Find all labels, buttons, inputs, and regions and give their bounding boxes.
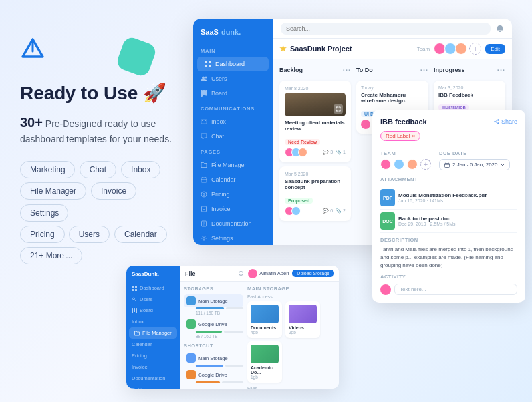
fs-nav-calendar[interactable]: Calendar [126, 339, 180, 350]
sidebar-item-documentation[interactable]: Documentation [193, 216, 273, 231]
svg-rect-20 [202, 221, 207, 226]
backlog-title: Backlog [279, 67, 303, 73]
backlog-menu[interactable]: ··· [343, 66, 351, 74]
sidebar-item-users[interactable]: Users [193, 71, 273, 86]
svg-rect-8 [201, 90, 203, 97]
ibb-share-button[interactable]: Share [494, 118, 517, 125]
team-add-button[interactable]: + [469, 43, 481, 55]
share-icon [494, 119, 499, 124]
tag-more[interactable]: 21+ More ... [20, 247, 82, 264]
sidebar-item-inbox[interactable]: Inbox [193, 114, 273, 129]
sidebar-item-board[interactable]: Board [193, 86, 273, 100]
team-label: Team [417, 46, 430, 52]
fs-nav-dashboard[interactable]: Dashboard [126, 282, 180, 294]
svg-line-29 [496, 122, 498, 123]
label-remove[interactable]: × [412, 133, 415, 139]
card-date: Mar 3, 2020 [438, 85, 501, 90]
users-icon [201, 75, 207, 82]
nav-label-calendar: Calendar [211, 176, 236, 183]
tag-pricing[interactable]: Pricing [20, 226, 65, 243]
tag-calendar[interactable]: Calendar [114, 226, 167, 243]
tag-chat[interactable]: Chat [80, 161, 116, 178]
due-date-box[interactable]: 2 Jan - 5 Jan, 2020 [439, 159, 510, 170]
gdrive-used-bar [196, 331, 222, 333]
onedrive-total-bar [222, 381, 243, 383]
storage-dropbox[interactable]: Main Storage [184, 351, 243, 365]
team-member-1 [380, 159, 391, 170]
ibb-feedback-panel: IBB feedback Share Red Label × TEAM + DU… [372, 110, 525, 303]
tag-invoice[interactable]: Invoice [91, 182, 136, 200]
fs-nav-settings[interactable]: Settings [126, 384, 180, 389]
star-icon: ★ [279, 44, 287, 53]
documentation-icon [201, 220, 207, 227]
fs-nav-label: Calendar [132, 341, 152, 347]
fs-nav-label: Pricing [132, 353, 147, 359]
card-meta: 💬 0 📎 2 [285, 206, 346, 216]
kanban-column-backlog: Backlog ··· Mar 8 2020 Meeting client ma… [279, 66, 351, 238]
calendar-icon [201, 176, 207, 183]
subcount-number: 30+ [20, 115, 43, 130]
inprogress-menu[interactable]: ··· [497, 66, 505, 74]
fs-nav-documentation[interactable]: Documentation [126, 373, 180, 384]
attachment-list: PDF Moduls Monetization Feedback.pdf Jan… [380, 186, 517, 233]
fs-user-avatar [248, 269, 257, 278]
sidebar-item-chat[interactable]: Chat [193, 129, 273, 144]
sidebar-item-dashboard[interactable]: Dashboard [197, 57, 269, 71]
file-name-2: Back to the past.doc [398, 216, 517, 222]
dashboard-icon [205, 61, 211, 67]
headline: Ready to Use 🚀 [20, 82, 183, 104]
team-duedate-row: TEAM + DUE DATE 2 Jan - 5 Jan, 2020 [380, 146, 517, 172]
left-content-section: Ready to Use 🚀 30+ Pre-Designed ready to… [20, 37, 183, 268]
fs-filemanager-icon [134, 331, 140, 336]
storage-gdrive[interactable]: Google Drive [184, 317, 243, 331]
fs-nav-invoice[interactable]: Invoice [126, 361, 180, 373]
todo-menu[interactable]: ··· [420, 66, 428, 74]
brand-suffix: dunk. [221, 28, 241, 36]
fs-nav-users[interactable]: Users [126, 294, 180, 305]
dropbox-used-bar [196, 365, 223, 367]
tag-file-manager[interactable]: File Manager [20, 182, 86, 200]
feature-tags-row4: 21+ More ... [20, 247, 183, 264]
onedrive-used-bar [196, 381, 220, 383]
inbox-icon [201, 118, 207, 125]
ibb-title: IBB feedback [380, 118, 427, 126]
svg-rect-34 [132, 286, 134, 288]
pricing-icon: $ [201, 191, 207, 198]
sidebar-item-filemanager[interactable]: File Manager [193, 158, 273, 172]
fs-nav-filemanager[interactable]: File Manager [129, 327, 177, 339]
red-label[interactable]: Red Label × [380, 131, 420, 141]
svg-rect-9 [203, 90, 205, 95]
sidebar-item-pricing[interactable]: $ Pricing [193, 187, 273, 202]
sidebar-item-invoice[interactable]: Invoice [193, 202, 273, 216]
fast-access-label: Fast Access [247, 294, 335, 299]
fs-nav-label: Documentation [132, 375, 165, 381]
subcount-text: 30+ Pre-Designed ready to use dashboard … [20, 112, 183, 146]
storage-onedrive[interactable]: Google Drive [184, 368, 243, 381]
svg-rect-17 [202, 206, 207, 212]
sidebar-item-calendar[interactable]: Calendar [193, 172, 273, 187]
fs-nav-label: Invoice [132, 364, 148, 370]
brand-name: SaaS [201, 28, 219, 36]
description-label: DESCRIPTION [380, 237, 517, 243]
file-sidebar: SaasDunk. Dashboard Users Board Inbox Fi… [126, 266, 180, 389]
search-input[interactable] [281, 23, 491, 35]
dashboard-sidebar: SaaSdunk. MAIN Dashboard Users Board COM… [193, 19, 273, 245]
comment-count: 💬 0 [323, 208, 332, 214]
main-storage-bar [196, 307, 243, 309]
tag-marketing[interactable]: Marketing [20, 161, 75, 178]
sidebar-item-settings[interactable]: Settings [193, 231, 273, 245]
edit-button[interactable]: Edit [485, 44, 505, 54]
storage-main[interactable]: Main Storage [184, 294, 243, 307]
svg-rect-5 [209, 65, 211, 67]
team-add[interactable]: + [420, 159, 431, 170]
tag-settings[interactable]: Settings [20, 204, 68, 222]
file-title: File [185, 270, 196, 277]
fs-nav-board[interactable]: Board [126, 305, 180, 316]
activity-input[interactable]: Text here... [394, 284, 517, 295]
fs-nav-pricing[interactable]: Pricing [126, 350, 180, 361]
files-label: Files [247, 386, 335, 389]
upload-button[interactable]: Upload Storage [292, 270, 334, 277]
tag-inbox[interactable]: Inbox [121, 161, 160, 178]
fs-nav-inbox[interactable]: Inbox [126, 316, 180, 327]
tag-users[interactable]: Users [69, 226, 110, 243]
